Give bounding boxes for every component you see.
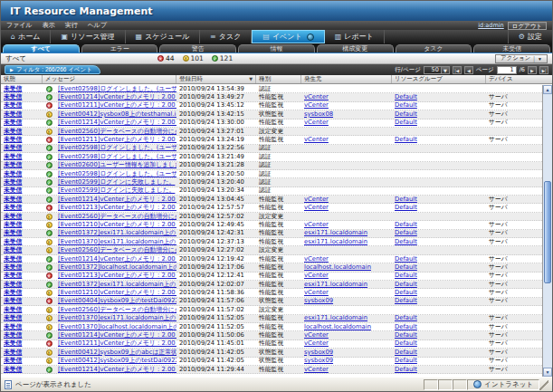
source-link[interactable]: sysbox09: [304, 297, 333, 304]
state-link[interactable]: 未受信: [4, 289, 22, 296]
state-link[interactable]: 未受信: [4, 263, 22, 271]
state-link[interactable]: 未受信: [4, 178, 22, 186]
event-message-link[interactable]: [Event01210]vCenter上のメモリ : 2.00 GB..: [58, 289, 176, 296]
resource-group-link[interactable]: Default: [395, 196, 417, 203]
state-link[interactable]: 未受信: [4, 144, 22, 151]
state-link[interactable]: 未受信: [4, 196, 22, 203]
state-link[interactable]: 未受信: [4, 246, 22, 253]
tab-config[interactable]: 構成変更: [317, 44, 394, 53]
menu-item-1[interactable]: 表示: [43, 21, 55, 30]
resize-grip[interactable]: [539, 379, 548, 390]
column-header-5[interactable]: リソースグループ: [392, 75, 486, 83]
event-message-link[interactable]: [Event00412]sysbox09上のtestDai0922は..: [58, 357, 176, 364]
state-link[interactable]: 未受信: [4, 204, 22, 211]
event-message-link[interactable]: [Event02560]データベースの自動増分に必..: [58, 128, 176, 135]
first-page-button[interactable]: |◀: [453, 66, 462, 74]
event-message-link[interactable]: [Event01211]vCenter上のメモリ : 2.00 GB..: [58, 339, 176, 347]
scrollbar-thumb[interactable]: [544, 181, 551, 283]
source-link[interactable]: vCenter: [304, 339, 329, 347]
state-link[interactable]: 未受信: [4, 93, 22, 100]
resource-group-link[interactable]: Default: [395, 339, 417, 347]
resource-group-link[interactable]: Default: [395, 281, 417, 288]
chevron-down-icon[interactable]: ▼: [441, 67, 449, 73]
logout-button[interactable]: ログアウト: [508, 22, 547, 30]
last-page-button[interactable]: ▶|: [539, 66, 548, 74]
source-link[interactable]: esxi171.localdomain: [304, 281, 367, 288]
event-message-link[interactable]: [Event01213]vCenter上のメモリ : 2.00 GB..: [58, 204, 176, 211]
event-message-link[interactable]: [Event01214]vCenter上のメモリ : 2.00 GB..: [58, 366, 176, 373]
tab-info[interactable]: 情報: [238, 44, 315, 53]
event-message-link[interactable]: [Event02598]ログインしました。(ユーザーID..: [58, 144, 176, 151]
state-link[interactable]: 未受信: [4, 161, 22, 168]
rows-per-page-select[interactable]: 50 ▼: [424, 66, 450, 74]
scroll-up-icon[interactable]: ▲: [543, 85, 552, 94]
source-link[interactable]: vCenter: [304, 204, 329, 211]
resource-group-link[interactable]: Default: [395, 289, 417, 296]
event-message-link[interactable]: [Event01214]vCenter上のメモリ : 2.00 GB..: [58, 255, 176, 263]
state-link[interactable]: 未受信: [4, 229, 22, 236]
toolbar-event[interactable]: ▤イベント: [252, 30, 324, 43]
event-message-link[interactable]: [Event02560]データベースの自動増分に必..: [58, 306, 176, 313]
state-link[interactable]: 未受信: [4, 297, 22, 304]
state-link[interactable]: 未受信: [4, 238, 22, 245]
resource-group-link[interactable]: Default: [395, 366, 417, 373]
menu-item-3[interactable]: ヘルプ: [88, 21, 108, 30]
state-link[interactable]: 未受信: [4, 170, 22, 177]
event-message-link[interactable]: [Event01214]vCenter上のメモリ : 2.00 GB..: [58, 196, 176, 203]
resource-group-link[interactable]: Default: [395, 314, 417, 321]
toolbar-schedule[interactable]: ▦スケジュール: [126, 30, 201, 43]
state-link[interactable]: 未受信: [4, 136, 22, 143]
resource-group-link[interactable]: Default: [395, 331, 417, 339]
toolbar-settings[interactable]: ⚙ 設定: [508, 30, 552, 43]
state-link[interactable]: 未受信: [4, 85, 22, 92]
next-page-button[interactable]: ▶: [528, 66, 537, 74]
resource-group-link[interactable]: Default: [395, 255, 417, 263]
resource-group-link[interactable]: Default: [395, 272, 417, 279]
source-link[interactable]: vCenter: [304, 221, 329, 228]
event-message-link[interactable]: [Event00404]sysbox09上のtestDai0922は..: [58, 297, 176, 304]
source-link[interactable]: vCenter: [304, 93, 329, 100]
source-link[interactable]: localhost.localdomain: [304, 263, 371, 271]
column-header-6[interactable]: デバイス: [486, 75, 552, 83]
state-link[interactable]: 未受信: [4, 357, 22, 364]
toolbar-resource[interactable]: ▣リソース管理: [51, 30, 125, 43]
event-message-link[interactable]: [Event01372]esxi171.localdomain上のメモ..: [58, 229, 176, 236]
source-link[interactable]: vCenter: [304, 331, 329, 339]
event-message-link[interactable]: [Event02598]ログインしました。(ユーザーID..: [58, 170, 176, 177]
event-message-link[interactable]: [Event01214]vCenter上のメモリ : 2.00 GB..: [58, 331, 176, 339]
event-message-link[interactable]: [Event01372]localhost.localdomain上のメ..: [58, 263, 176, 271]
state-link[interactable]: 未受信: [4, 272, 22, 279]
action-button[interactable]: アクション | ▼: [495, 54, 548, 63]
scroll-down-icon[interactable]: ▼: [543, 368, 552, 377]
source-link[interactable]: sysbox08: [304, 110, 333, 118]
source-link[interactable]: vCenter: [304, 101, 329, 109]
user-id-link[interactable]: id:admin: [478, 22, 504, 29]
vertical-scrollbar[interactable]: ▲ ▼: [542, 85, 552, 377]
source-link[interactable]: vCenter: [304, 272, 329, 279]
event-message-link[interactable]: [Event02599]ログインに失敗しました。: [58, 178, 175, 186]
resource-group-link[interactable]: Default: [395, 297, 417, 304]
event-message-link[interactable]: [Event01372]esxi171.localdomain上のメモ..: [58, 281, 176, 288]
event-message-link[interactable]: [Event00412]sysbox09上のabcは正常状態..: [58, 349, 176, 356]
menu-item-2[interactable]: 実行: [65, 21, 78, 30]
state-link[interactable]: 未受信: [4, 331, 22, 339]
tab-unreceived[interactable]: 未受信: [473, 44, 550, 53]
resource-group-link[interactable]: Default: [395, 221, 417, 228]
source-link[interactable]: sysbox09: [304, 349, 333, 356]
tab-task[interactable]: タスク: [396, 44, 472, 53]
resource-group-link[interactable]: Default: [395, 93, 417, 100]
event-message-link[interactable]: [Event01370]esxi171.localdomain上のメモ..: [58, 238, 176, 245]
toolbar-home[interactable]: ⌂ホーム: [1, 30, 51, 43]
event-message-link[interactable]: [Event02560]データベースの自動増分に必..: [58, 213, 176, 220]
tab-all[interactable]: すべて: [3, 44, 80, 53]
event-message-link[interactable]: [Event01370]localhost.localdomain上のメ..: [58, 323, 176, 330]
sort-desc-icon[interactable]: ▼: [249, 75, 253, 83]
event-message-link[interactable]: [Event01210]vCenter上のメモリ : 2.00 GB..: [58, 221, 176, 228]
resource-group-link[interactable]: Default: [395, 136, 417, 143]
state-link[interactable]: 未受信: [4, 119, 22, 126]
resource-group-link[interactable]: Default: [395, 229, 417, 236]
resource-group-link[interactable]: Default: [395, 323, 417, 330]
event-message-link[interactable]: [Event01213]vCenter上のメモリ : 2.00 GB..: [58, 272, 176, 279]
event-message-link[interactable]: [Event01211]vCenter上のメモリ : 2.00 GB..: [58, 136, 176, 143]
source-link[interactable]: vCenter: [304, 136, 329, 143]
